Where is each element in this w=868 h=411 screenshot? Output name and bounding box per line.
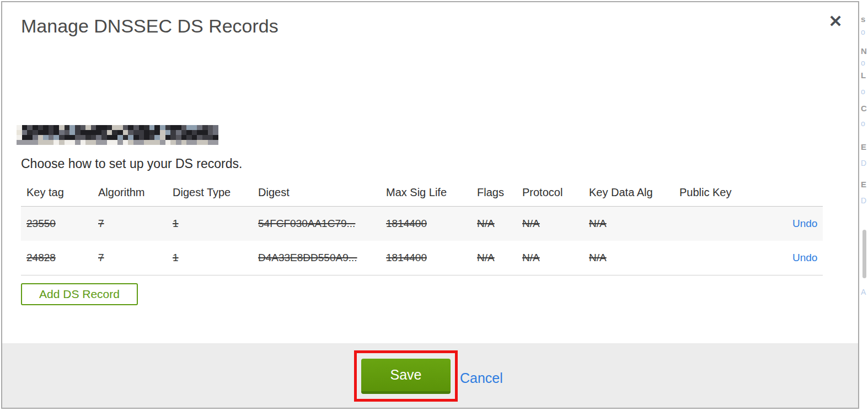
background-text-fragment: o (861, 87, 865, 96)
redaction-pixel (49, 130, 54, 135)
redaction-pixel (133, 125, 139, 130)
redaction-pixel (170, 130, 176, 135)
background-scrollbar[interactable] (862, 230, 866, 278)
redaction-pixel (75, 140, 81, 145)
redaction-pixel (43, 140, 49, 145)
table-cell: D4A33E8DD550A9... (253, 252, 381, 264)
redaction-pixel (96, 140, 101, 145)
dnssec-modal: Manage DNSSEC DS Records ✕ Choose how to… (1, 1, 859, 409)
redaction-pixel (144, 135, 149, 140)
redaction-pixel (154, 130, 160, 135)
redaction-pixel (181, 130, 187, 135)
undo-link[interactable]: Undo (792, 218, 817, 229)
instruction-text: Choose how to set up your DS records. (21, 156, 242, 171)
redaction-pixel (186, 140, 192, 145)
redaction-pixel (128, 135, 133, 140)
close-icon[interactable]: ✕ (826, 12, 845, 31)
redaction-pixel (176, 135, 181, 140)
cancel-link[interactable]: Cancel (460, 370, 503, 386)
background-text-fragment: N (861, 46, 867, 56)
column-header: Key Data Alg (583, 182, 674, 199)
redaction-pixel (160, 140, 165, 145)
column-header: Max Sig Life (381, 182, 471, 199)
redaction-pixel (139, 125, 144, 130)
table-cell-action: Undo (787, 252, 823, 264)
redaction-pixel (154, 140, 160, 145)
redaction-pixel (128, 140, 133, 145)
redaction-pixel (160, 130, 165, 135)
redaction-pixel (75, 135, 81, 140)
redaction-pixel (208, 130, 213, 135)
table-body: 235507154FCF030AA1C79...1814400N/AN/AN/A… (21, 207, 823, 275)
redaction-pixel (123, 140, 128, 145)
redaction-pixel (27, 135, 33, 140)
redaction-pixel (17, 130, 22, 135)
redaction-pixel (186, 135, 192, 140)
undo-link[interactable]: Undo (792, 252, 817, 263)
redaction-pixel (107, 140, 112, 145)
redaction-pixel (149, 125, 155, 130)
redaction-pixel (91, 140, 97, 145)
column-header: Digest (253, 182, 381, 199)
redaction-pixel (107, 130, 112, 135)
redaction-pixel (22, 125, 28, 130)
table-cell: N/A (583, 252, 674, 264)
redaction-pixel (43, 135, 49, 140)
add-ds-record-button[interactable]: Add DS Record (21, 283, 138, 305)
redaction-pixel (65, 125, 70, 130)
table-row: 2482871D4A33E8DD550A9...1814400N/AN/AN/A… (21, 241, 823, 275)
redaction-pixel (59, 130, 65, 135)
redaction-pixel (197, 135, 202, 140)
redaction-pixel (202, 135, 208, 140)
redaction-pixel (112, 140, 117, 145)
background-text-fragment: E (861, 142, 866, 152)
redaction-pixel (65, 130, 70, 135)
redaction-pixel (197, 140, 202, 145)
redaction-pixel (213, 135, 218, 140)
background-text-fragment: C (861, 104, 867, 113)
redaction-pixel (208, 140, 213, 145)
redaction-pixel (81, 135, 86, 140)
column-header: Public Key (674, 182, 787, 199)
annotation-highlight-box: Save (354, 350, 458, 402)
redaction-pixel (160, 135, 165, 140)
column-header: Algorithm (93, 182, 167, 199)
redaction-pixel (202, 140, 208, 145)
redaction-pixel (176, 140, 181, 145)
redaction-pixel (165, 125, 171, 130)
table-cell: N/A (583, 218, 674, 230)
background-text-fragment: A (861, 288, 866, 296)
redaction-pixel (192, 130, 197, 135)
redaction-pixel (144, 140, 149, 145)
redaction-pixel (186, 130, 192, 135)
redaction-pixel (81, 130, 86, 135)
redaction-pixel (59, 140, 65, 145)
save-button[interactable]: Save (361, 359, 451, 394)
redaction-pixel (133, 140, 139, 145)
redaction-pixel (65, 135, 70, 140)
redaction-pixel (38, 135, 44, 140)
redaction-pixel (49, 125, 54, 130)
column-header: Protocol (517, 182, 583, 199)
redaction-pixel (149, 135, 155, 140)
redaction-pixel (53, 135, 59, 140)
redaction-pixel (117, 130, 123, 135)
redaction-pixel (33, 140, 38, 145)
redaction-pixel (128, 130, 133, 135)
redaction-pixel (117, 140, 123, 145)
redaction-pixel (208, 135, 213, 140)
redaction-pixel (170, 140, 176, 145)
column-header: Flags (471, 182, 517, 199)
background-text-fragment: s (861, 14, 865, 24)
redaction-pixel (128, 125, 133, 130)
redaction-pixel (22, 140, 28, 145)
redaction-pixel (107, 135, 112, 140)
redaction-pixel (85, 135, 91, 140)
table-cell: 1 (167, 252, 253, 264)
redaction-pixel (22, 130, 28, 135)
redaction-pixel (49, 140, 54, 145)
redaction-pixel (112, 130, 117, 135)
redaction-pixel (75, 125, 81, 130)
redaction-pixel (101, 135, 107, 140)
column-header: Key tag (21, 182, 93, 199)
